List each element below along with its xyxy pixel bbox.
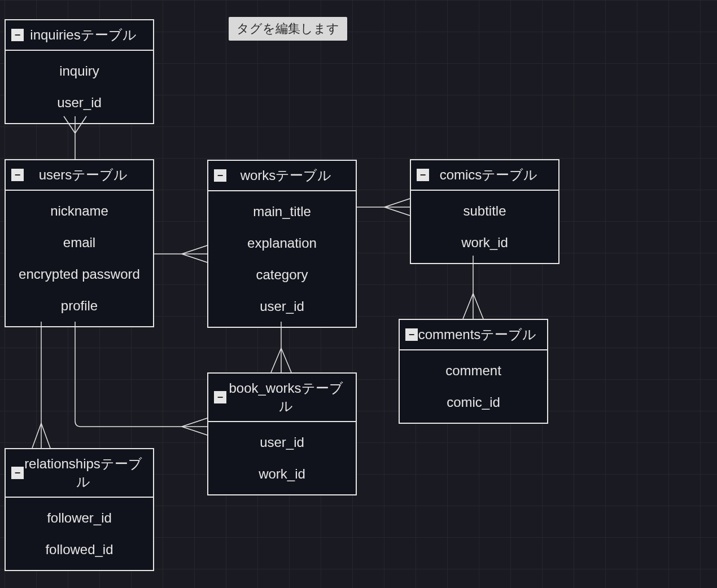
entity-comics[interactable]: − comicsテーブル subtitle work_id	[410, 159, 559, 264]
svg-line-7	[182, 254, 207, 262]
entity-field: encrypted password	[6, 258, 153, 290]
svg-line-13	[463, 293, 473, 319]
entity-field: subtitle	[411, 195, 558, 227]
entity-book-works[interactable]: − book_worksテーブル user_id work_id	[207, 372, 357, 495]
entity-header[interactable]: − book_worksテーブル	[208, 374, 356, 422]
entity-field: inquiry	[6, 55, 153, 87]
svg-line-19	[281, 348, 291, 372]
entity-field: follower_id	[6, 502, 153, 534]
entity-header[interactable]: − inquiriesテーブル	[6, 20, 153, 51]
entity-field: nickname	[6, 195, 153, 227]
entity-field: category	[208, 259, 356, 291]
diagram-canvas[interactable]: タグを編集します − inquiriesテーブル inquiry user_id…	[0, 0, 717, 588]
svg-line-24	[182, 418, 207, 427]
entity-body: comment comic_id	[400, 350, 547, 423]
entity-users[interactable]: − usersテーブル nickname email encrypted pas…	[5, 159, 154, 327]
entity-body: user_id work_id	[208, 422, 356, 494]
entity-field: email	[6, 227, 153, 258]
entity-field: comic_id	[400, 387, 547, 418]
entity-title: usersテーブル	[19, 166, 147, 184]
entity-comments[interactable]: − commentsテーブル comment comic_id	[399, 319, 548, 424]
svg-line-5	[182, 245, 207, 254]
entity-inquiries[interactable]: − inquiriesテーブル inquiry user_id	[5, 19, 154, 124]
entity-field: user_id	[208, 291, 356, 322]
entity-field: profile	[6, 290, 153, 322]
entity-field: user_id	[208, 427, 356, 458]
entity-title: commentsテーブル	[413, 326, 541, 344]
entity-title: inquiriesテーブル	[19, 26, 147, 44]
entity-field: comment	[400, 355, 547, 387]
entity-works[interactable]: − worksテーブル main_title explanation categ…	[207, 160, 357, 328]
entity-body: subtitle work_id	[411, 191, 558, 263]
svg-line-11	[384, 207, 410, 216]
entity-field: explanation	[208, 227, 356, 259]
entity-field: work_id	[208, 458, 356, 490]
edit-tags-button[interactable]: タグを編集します	[229, 17, 347, 41]
entity-title: book_worksテーブル	[222, 379, 350, 415]
entity-header[interactable]: − commentsテーブル	[400, 320, 547, 350]
svg-line-9	[384, 199, 410, 207]
svg-line-15	[473, 293, 483, 319]
svg-line-26	[182, 427, 207, 435]
svg-line-23	[41, 423, 50, 448]
entity-field: user_id	[6, 87, 153, 119]
entity-field: work_id	[411, 227, 558, 258]
svg-line-17	[271, 348, 281, 372]
svg-line-21	[32, 423, 41, 448]
entity-field: followed_id	[6, 534, 153, 565]
entity-title: relationshipsテーブル	[19, 455, 147, 491]
entity-body: nickname email encrypted password profil…	[6, 191, 153, 326]
entity-body: follower_id followed_id	[6, 498, 153, 570]
entity-body: main_title explanation category user_id	[208, 191, 356, 327]
entity-field: main_title	[208, 196, 356, 227]
entity-header[interactable]: − comicsテーブル	[411, 160, 558, 191]
entity-body: inquiry user_id	[6, 51, 153, 123]
entity-title: comicsテーブル	[425, 166, 553, 184]
entity-header[interactable]: − worksテーブル	[208, 161, 356, 191]
entity-relationships[interactable]: − relationshipsテーブル follower_id followed…	[5, 448, 154, 571]
entity-header[interactable]: − relationshipsテーブル	[6, 449, 153, 498]
entity-header[interactable]: − usersテーブル	[6, 160, 153, 191]
entity-title: worksテーブル	[222, 166, 350, 185]
